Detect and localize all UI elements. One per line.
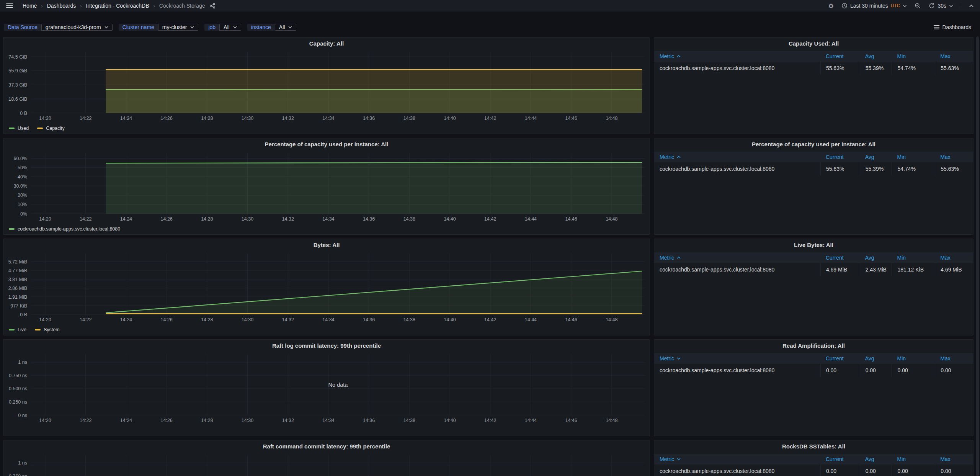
column-header-avg[interactable]: Avg: [860, 51, 892, 62]
chart-panel-bytes-all: Bytes: All0 B977 KiB1.91 MiB2.86 MiB3.81…: [3, 239, 650, 335]
variable-value-dropdown[interactable]: All: [275, 24, 297, 31]
variable-value-dropdown[interactable]: my-cluster: [158, 24, 199, 31]
column-header-metric[interactable]: Metric: [654, 454, 820, 465]
column-header-avg[interactable]: Avg: [860, 252, 892, 263]
refresh-icon[interactable]: [929, 3, 935, 9]
time-series-chart[interactable]: 0 ns0.250 ns0.500 ns0.750 ns1 ns14:2014:…: [3, 440, 650, 476]
panel-title[interactable]: RocksDB SSTables: All: [654, 440, 973, 452]
svg-text:14:20: 14:20: [39, 418, 51, 423]
legend-item[interactable]: Capacity: [37, 126, 65, 131]
metric-cell: cockroachdb.sample-apps.svc.cluster.loca…: [654, 364, 820, 377]
svg-text:14:24: 14:24: [120, 216, 132, 222]
legend-series-label: Live: [18, 327, 26, 332]
table-row: cockroachdb.sample-apps.svc.cluster.loca…: [654, 263, 973, 276]
svg-text:14:22: 14:22: [80, 216, 91, 222]
value-cell: 0.00: [892, 465, 935, 476]
dashboards-list-button[interactable]: Dashboards: [931, 23, 974, 32]
column-header-max[interactable]: Max: [935, 152, 973, 162]
column-header-metric[interactable]: Metric: [654, 152, 820, 162]
time-series-chart[interactable]: 0%10%20%30.0%40%50%60.0%14:2014:2214:241…: [3, 138, 650, 234]
breadcrumb-folder[interactable]: Integration - CockroachDB: [86, 3, 149, 9]
svg-text:14:22: 14:22: [80, 418, 91, 423]
sort-asc-icon: [677, 55, 681, 57]
breadcrumb-home[interactable]: Home: [23, 3, 37, 9]
time-series-chart[interactable]: 0 ns0.250 ns0.500 ns0.750 ns1 ns14:2014:…: [3, 340, 650, 436]
refresh-interval-label: 30s: [938, 3, 946, 9]
panel-title[interactable]: Live Bytes: All: [654, 239, 973, 250]
value-cell: 55.63%: [820, 62, 860, 75]
table-row: cockroachdb.sample-apps.svc.cluster.loca…: [654, 465, 973, 476]
panel-title[interactable]: Read Amplification: All: [654, 340, 973, 351]
column-header-current[interactable]: Current: [820, 454, 860, 465]
legend-item[interactable]: cockroachdb.sample-apps.svc.cluster.loca…: [9, 226, 120, 232]
chevron-down-icon[interactable]: [949, 5, 953, 7]
variable-value-dropdown[interactable]: grafanacloud-k3d-prom: [41, 24, 113, 31]
chart-panel-raft-command-commit-latency-99th-percentile: Raft command commit latency: 99th percen…: [3, 440, 650, 476]
legend-item[interactable]: Live: [9, 327, 26, 332]
svg-text:14:28: 14:28: [201, 216, 213, 222]
variable-label: job: [204, 24, 219, 31]
breadcrumb-separator: ›: [154, 3, 155, 9]
menu-toggle-icon[interactable]: [6, 3, 13, 8]
svg-text:1 ns: 1 ns: [18, 460, 27, 466]
variable-value-dropdown[interactable]: All: [219, 24, 241, 31]
time-series-chart[interactable]: 0 B977 KiB1.91 MiB2.86 MiB3.81 MiB4.77 M…: [3, 239, 650, 335]
column-header-min[interactable]: Min: [892, 51, 935, 62]
value-cell: 0.00: [860, 465, 892, 476]
svg-text:20%: 20%: [18, 193, 27, 198]
column-header-avg[interactable]: Avg: [860, 353, 892, 364]
svg-text:14:42: 14:42: [484, 216, 496, 222]
column-header-min[interactable]: Min: [892, 353, 935, 364]
column-header-current[interactable]: Current: [820, 353, 860, 364]
refresh-picker[interactable]: 30s: [929, 3, 953, 9]
time-range-picker[interactable]: Last 30 minutes UTC: [841, 3, 907, 9]
page-scrollbar[interactable]: [976, 36, 979, 476]
column-header-avg[interactable]: Avg: [860, 454, 892, 465]
chart-panel-percentage-of-capacity-used-per-instance-all: Percentage of capacity used per instance…: [3, 138, 650, 235]
collapse-chevron-up-icon[interactable]: [969, 4, 974, 8]
column-header-metric[interactable]: Metric: [654, 252, 820, 263]
zoom-out-time-icon[interactable]: [915, 3, 921, 9]
sort-desc-icon: [677, 458, 681, 460]
svg-text:14:22: 14:22: [80, 116, 91, 121]
table-header-row: MetricCurrentAvgMinMax: [654, 252, 973, 263]
svg-text:2.86 MiB: 2.86 MiB: [8, 286, 27, 291]
column-header-max[interactable]: Max: [935, 51, 973, 62]
column-header-avg[interactable]: Avg: [860, 152, 892, 162]
svg-text:14:40: 14:40: [444, 418, 456, 423]
legend-series-label: cockroachdb.sample-apps.svc.cluster.loca…: [18, 226, 120, 232]
column-header-min[interactable]: Min: [892, 252, 935, 263]
column-header-metric[interactable]: Metric: [654, 51, 820, 62]
column-header-current[interactable]: Current: [820, 152, 860, 162]
dashboard-settings-gear-icon[interactable]: ⚙: [828, 2, 834, 10]
chart-panel-capacity-all: Capacity: All0 B18.6 GiB37.3 GiB55.9 GiB…: [3, 37, 650, 134]
value-cell: 54.74%: [892, 162, 935, 175]
column-header-min[interactable]: Min: [892, 152, 935, 162]
sort-desc-icon: [677, 357, 681, 360]
column-header-max[interactable]: Max: [935, 252, 973, 263]
variable-label: Cluster name: [119, 24, 158, 31]
svg-text:14:30: 14:30: [242, 317, 253, 322]
share-icon[interactable]: [209, 3, 216, 9]
column-header-max[interactable]: Max: [935, 454, 973, 465]
chevron-down-icon: [288, 26, 292, 28]
time-series-chart[interactable]: 0 B18.6 GiB37.3 GiB55.9 GiB74.5 GiB14:20…: [3, 38, 650, 134]
metric-cell: cockroachdb.sample-apps.svc.cluster.loca…: [654, 263, 820, 276]
value-cell: 54.74%: [892, 62, 935, 75]
variable-instance: instance All: [247, 24, 297, 31]
column-header-metric[interactable]: Metric: [654, 353, 820, 364]
legend-item[interactable]: System: [35, 327, 60, 332]
svg-text:14:44: 14:44: [525, 317, 537, 322]
column-header-max[interactable]: Max: [935, 353, 973, 364]
column-header-current[interactable]: Current: [820, 252, 860, 263]
column-header-min[interactable]: Min: [892, 454, 935, 465]
value-cell: 55.39%: [860, 162, 892, 175]
svg-text:14:36: 14:36: [363, 216, 375, 222]
svg-text:0 B: 0 B: [20, 111, 27, 116]
panel-title[interactable]: Capacity Used: All: [654, 38, 973, 49]
column-header-current[interactable]: Current: [820, 51, 860, 62]
svg-text:14:48: 14:48: [606, 418, 617, 423]
breadcrumb-dashboards[interactable]: Dashboards: [47, 3, 76, 9]
legend-item[interactable]: Used: [9, 126, 29, 131]
panel-title[interactable]: Percentage of capacity used per instance…: [654, 138, 973, 150]
